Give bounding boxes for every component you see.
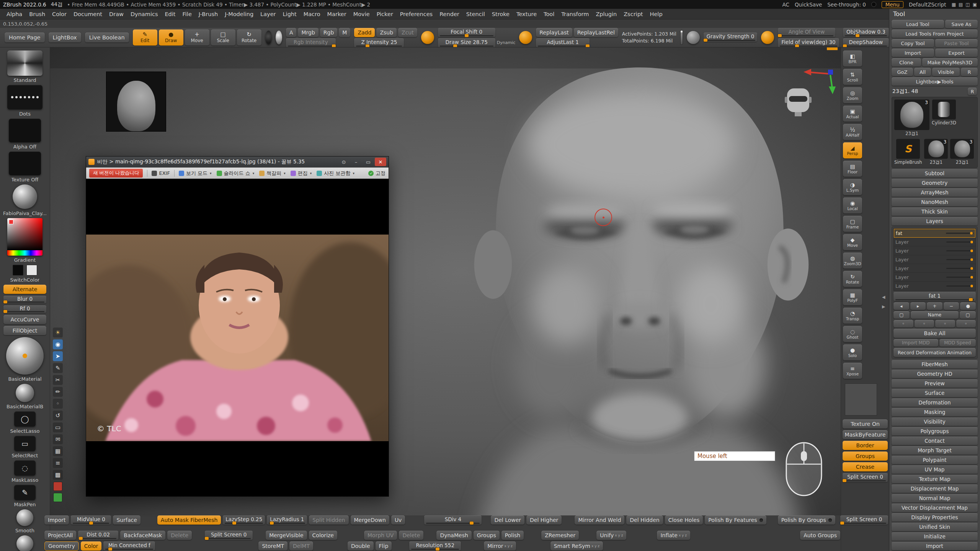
fov-slider-handle[interactable] xyxy=(795,44,799,47)
menu-transform[interactable]: Transform xyxy=(558,11,592,17)
bottom-lazyradius-1-slider[interactable]: LazyRadius 1 xyxy=(267,515,307,525)
tool-paste-tool-button[interactable]: Paste Tool xyxy=(935,39,978,47)
undo-icon[interactable]: ↺ xyxy=(53,411,63,421)
bottom-morph-uv-button[interactable]: Morph UV xyxy=(364,531,397,540)
transp-button[interactable]: ◔Transp xyxy=(843,308,862,324)
dock-split-screen-0[interactable]: Split Screen 0 xyxy=(843,473,888,482)
section-normal-map[interactable]: Normal Map xyxy=(892,494,978,502)
xyz-axis-toggles[interactable]: x y z xyxy=(679,533,687,537)
rgb-button[interactable]: Rgb xyxy=(320,28,338,37)
dock-texture-on-button[interactable]: Texture On xyxy=(843,419,888,429)
draw-size-slider[interactable]: Draw Size 28.75 xyxy=(438,38,495,47)
note-icon[interactable]: ✉ xyxy=(53,434,63,444)
layer-mini-slider[interactable] xyxy=(946,285,974,287)
bottom-unify-button[interactable]: Unifyx y z xyxy=(596,531,626,540)
bottom-double-button[interactable]: Double xyxy=(348,541,374,551)
zoom-button[interactable]: ◎Zoom xyxy=(843,87,862,103)
tool-lightbox-tools-button[interactable]: Lightbox▶Tools xyxy=(892,77,978,86)
bottom-delete-button[interactable]: Delete xyxy=(167,531,192,540)
brush-thumb[interactable] xyxy=(7,51,42,76)
adjust-last-slider-handle[interactable] xyxy=(586,44,590,47)
menu-dynamics[interactable]: Dynamics xyxy=(127,11,162,17)
maximize-button[interactable]: ▭ xyxy=(363,158,374,166)
layer-row-layer[interactable]: Layer xyxy=(894,246,975,255)
tool-thumb-23겹1[interactable]: 323겹1 xyxy=(894,99,929,137)
m-button[interactable]: M xyxy=(339,28,350,37)
layer-mode-button-4[interactable]: ◦ xyxy=(956,320,976,328)
mdd-speed-slider[interactable]: MDD Speed xyxy=(939,339,976,347)
frame-button[interactable]: ▢Frame xyxy=(843,216,862,232)
toggle-dot[interactable] xyxy=(828,518,832,522)
layers-icon[interactable]: ≡ xyxy=(53,458,63,468)
bottom-mirror-button[interactable]: Mirrorx y z xyxy=(484,541,516,551)
section-nanomesh[interactable]: NanoMesh xyxy=(892,198,978,206)
tool-r-button[interactable]: R xyxy=(961,68,978,76)
bottom-split-screen-0-slider-handle[interactable] xyxy=(205,537,209,540)
layer-tool-button-3[interactable]: + xyxy=(927,302,942,310)
bottom-polish-button[interactable]: Polish xyxy=(501,531,524,540)
menu-light[interactable]: Light xyxy=(279,11,300,17)
bottom-surface-button[interactable]: Surface xyxy=(113,515,140,525)
menu-brush[interactable]: Brush xyxy=(26,11,49,17)
viewer-menu-편집[interactable]: 편집▾ xyxy=(291,170,312,177)
menu-macro[interactable]: Macro xyxy=(300,11,324,17)
rgb-intensity-slider-handle[interactable] xyxy=(332,44,336,47)
xyz-axis-toggles[interactable]: x y z xyxy=(505,544,513,548)
layer-mode-button-3[interactable]: ◦ xyxy=(935,320,955,328)
zsub-button[interactable]: Zsub xyxy=(376,28,397,37)
bottom-resolution-552-slider[interactable]: Resolution 552 xyxy=(409,541,461,551)
bottom-dist-0-02-slider-handle[interactable] xyxy=(79,537,83,540)
secondary-color-swatch[interactable] xyxy=(26,265,37,276)
layer-mini-slider[interactable] xyxy=(946,277,974,278)
texture-thumb[interactable] xyxy=(9,152,41,175)
material-thumb[interactable] xyxy=(13,184,37,209)
bottom-mergedown-button[interactable]: MergeDown xyxy=(351,515,389,525)
layer-aux-button-2[interactable]: ▢ xyxy=(960,311,976,319)
fov-slider[interactable]: Field of view(deg) 30 xyxy=(778,38,839,47)
close-button[interactable]: ✕ xyxy=(375,158,386,166)
z-intensity-slider-handle[interactable] xyxy=(366,44,369,47)
move-button[interactable]: ◆Move xyxy=(843,234,862,250)
bottom-delmt-button[interactable]: DelMT xyxy=(289,541,313,551)
tool-import-button[interactable]: Import xyxy=(892,49,934,57)
dock-split-screen-0-handle[interactable] xyxy=(843,479,846,482)
rotate-button[interactable]: ↻Rotate xyxy=(843,271,862,287)
accucurve-button[interactable]: AccuCurve xyxy=(3,315,46,324)
bottom-sdiv-4-slider-handle[interactable] xyxy=(470,522,474,525)
layer-tool-button-4[interactable]: − xyxy=(944,302,959,310)
visibility-eye-icon[interactable]: ◉ xyxy=(53,339,63,349)
menu-movie[interactable]: Movie xyxy=(350,11,373,17)
layer-mini-slider[interactable] xyxy=(946,250,974,251)
tool-goz-button[interactable]: GoZ xyxy=(892,68,913,76)
lightbox-button[interactable]: LightBox xyxy=(49,33,81,42)
xpose-button[interactable]: ≡Xpose xyxy=(843,363,862,379)
pin-window-button[interactable]: ⊙ xyxy=(338,158,350,166)
scale-mode-button[interactable]: □Scale xyxy=(211,29,235,46)
gravity-strength-slider-handle[interactable] xyxy=(704,39,707,42)
tool-maskpen-thumb[interactable]: ✎ xyxy=(14,485,36,500)
rf-0-slider[interactable]: Rf 0 xyxy=(3,305,46,313)
tool-load-tool-button[interactable]: Load Tool xyxy=(892,20,944,28)
tool-make-polymesh3d-button[interactable]: Make PolyMesh3D xyxy=(922,58,978,67)
color-picker[interactable] xyxy=(7,218,42,256)
viewer-menu-사진-보관함[interactable]: 사진 보관함▾ xyxy=(317,170,354,177)
default-zscript-button[interactable]: DefaultZScript xyxy=(909,2,946,8)
draw-size-slider-handle[interactable] xyxy=(453,44,457,47)
bottom-min-connected-f-slider-handle[interactable] xyxy=(108,548,112,551)
stroke-preview-icon[interactable] xyxy=(265,31,272,44)
layer-name-button[interactable]: Name xyxy=(911,311,959,319)
menu-zplugin[interactable]: Zplugin xyxy=(592,11,620,17)
dynamic-toggle[interactable]: Dynamic xyxy=(497,40,516,45)
draw-mode-button[interactable]: ●Draw xyxy=(159,29,183,46)
trash-icon[interactable]: ▭ xyxy=(53,422,63,432)
dock-border-button[interactable]: Border xyxy=(843,441,888,450)
bottom-polish-by-groups-button[interactable]: Polish By Groups xyxy=(778,515,835,525)
menu-picker[interactable]: Picker xyxy=(373,11,397,17)
import-mdd-button[interactable]: Import MDD xyxy=(893,339,938,347)
tool-r-button[interactable]: R xyxy=(968,88,977,95)
alpha-preview-icon[interactable] xyxy=(276,31,282,44)
titlebar-window-icon-3[interactable]: ◫ xyxy=(965,2,970,7)
light-icon[interactable]: ☀ xyxy=(53,328,63,337)
l-sym-button[interactable]: ◑L.Sym xyxy=(843,179,862,195)
bottom-resolution-552-slider-handle[interactable] xyxy=(436,548,439,551)
